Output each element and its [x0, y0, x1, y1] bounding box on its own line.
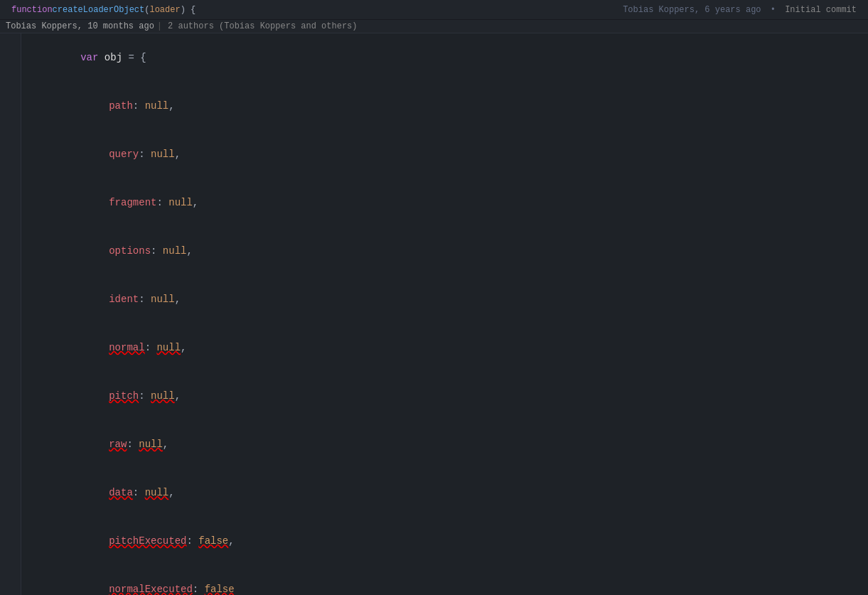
blame-author: Tobias Koppers, 10 months ago: [6, 21, 154, 31]
code-area: var obj = { path: null, query: null, fra…: [0, 33, 868, 595]
code-line: ident: null,: [0, 275, 868, 323]
line-content: normal: null,: [21, 323, 868, 372]
function-name: createLoaderObject: [53, 5, 145, 15]
blame-info-top: Tobias Koppers, 6 years ago • Initial co…: [623, 5, 857, 15]
line-content: normalExecuted: false: [21, 565, 868, 595]
code-line: normal: null,: [0, 323, 868, 372]
line-content: var obj = {: [21, 33, 868, 82]
blame-gutter: [0, 130, 21, 178]
function-keyword: function: [11, 5, 53, 15]
git-blame-bar: Tobias Koppers, 10 months ago | 2 author…: [0, 20, 868, 33]
blame-gutter: [0, 82, 21, 130]
code-line: var obj = {: [0, 33, 868, 82]
line-content: options: null,: [21, 227, 868, 275]
keyword-var: var: [80, 52, 98, 63]
blame-authors: 2 authors (Tobias Koppers and others): [168, 21, 357, 31]
blame-gutter: [0, 323, 21, 372]
line-content: pitch: null,: [21, 372, 868, 420]
code-line: pitchExecuted: false,: [0, 517, 868, 565]
code-line: pitch: null,: [0, 372, 868, 420]
sticky-function-bar: function createLoaderObject(loader) { To…: [0, 0, 868, 20]
line-content: raw: null,: [21, 420, 868, 468]
blame-author-top: Tobias Koppers, 6 years ago: [623, 5, 761, 15]
blame-gutter: [0, 33, 21, 82]
blame-gutter: [0, 275, 21, 323]
line-content: pitchExecuted: false,: [21, 517, 868, 565]
code-line: normalExecuted: false: [0, 565, 868, 595]
blame-gutter: [0, 468, 21, 517]
blame-gutter: [0, 420, 21, 468]
blame-commit-top: Initial commit: [785, 5, 857, 15]
code-line: fragment: null,: [0, 178, 868, 227]
line-content: fragment: null,: [21, 178, 868, 227]
blame-sep-top: •: [771, 5, 776, 15]
code-line: query: null,: [0, 130, 868, 178]
code-line: path: null,: [0, 82, 868, 130]
blame-separator: |: [157, 21, 162, 31]
code-line: raw: null,: [0, 420, 868, 468]
code-line: data: null,: [0, 468, 868, 517]
blame-gutter: [0, 178, 21, 227]
line-content: data: null,: [21, 468, 868, 517]
code-line: options: null,: [0, 227, 868, 275]
function-params: (: [144, 5, 149, 15]
blame-gutter: [0, 372, 21, 420]
blame-gutter: [0, 517, 21, 565]
line-content: query: null,: [21, 130, 868, 178]
param-loader: loader: [149, 5, 180, 15]
blame-gutter: [0, 565, 21, 595]
line-content: path: null,: [21, 82, 868, 130]
line-content: ident: null,: [21, 275, 868, 323]
code-editor: function createLoaderObject(loader) { To…: [0, 0, 868, 595]
blame-gutter: [0, 227, 21, 275]
